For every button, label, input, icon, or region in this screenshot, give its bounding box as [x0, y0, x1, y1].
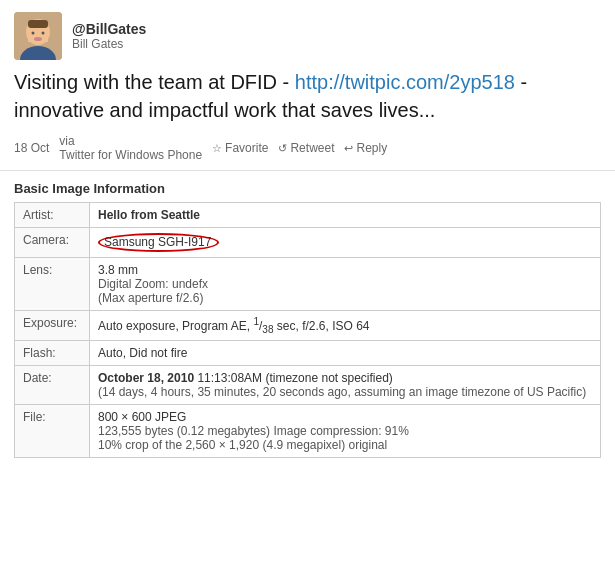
lens-line2: Digital Zoom: undefx — [98, 277, 592, 291]
tweet-text-before: Visiting with the team at DFID - — [14, 71, 295, 93]
exposure-value: Auto exposure, Program AE, 1/38 sec, f/2… — [90, 311, 601, 341]
exposure-after: sec, f/2.6, ISO 64 — [273, 319, 369, 333]
exposure-label: Exposure: — [15, 311, 90, 341]
camera-label: Camera: — [15, 228, 90, 258]
lens-label: Lens: — [15, 258, 90, 311]
file-label: File: — [15, 405, 90, 458]
retweet-icon: ↺ — [278, 142, 287, 155]
camera-highlight: Samsung SGH-I917 — [98, 233, 219, 252]
favorite-action[interactable]: ☆ Favorite — [212, 141, 268, 155]
user-info: @BillGates Bill Gates — [72, 21, 146, 51]
flash-value: Auto, Did not fire — [90, 341, 601, 366]
file-main: 800 × 600 JPEG — [98, 410, 186, 424]
retweet-action[interactable]: ↺ Retweet — [278, 141, 334, 155]
exposure-before: Auto exposure, Program AE, — [98, 319, 253, 333]
lens-line1: 3.8 mm — [98, 263, 138, 277]
date-time: 11:13:08AM (timezone not specified) — [197, 371, 392, 385]
tweet-text: Visiting with the team at DFID - http://… — [14, 68, 601, 124]
date-bold: October 18, 2010 — [98, 371, 194, 385]
date-label: Date: — [15, 366, 90, 405]
table-row: Exposure: Auto exposure, Program AE, 1/3… — [15, 311, 601, 341]
table-row: Date: October 18, 2010 11:13:08AM (timez… — [15, 366, 601, 405]
table-row: Artist: Hello from Seattle — [15, 203, 601, 228]
svg-rect-7 — [28, 20, 48, 28]
table-row: File: 800 × 600 JPEG 123,555 bytes (0.12… — [15, 405, 601, 458]
lens-line3: (Max aperture f/2.6) — [98, 291, 592, 305]
camera-text: Samsung SGH-I917 — [104, 235, 211, 249]
camera-value-cell: Samsung SGH-I917 — [90, 228, 601, 258]
flash-label: Flash: — [15, 341, 90, 366]
artist-text: Hello from Seattle — [98, 208, 200, 222]
exposure-fraction: 1/38 — [253, 319, 273, 333]
table-row: Camera: Samsung SGH-I917 — [15, 228, 601, 258]
username: @BillGates — [72, 21, 146, 37]
svg-point-8 — [34, 37, 42, 41]
tweet-header: @BillGates Bill Gates — [14, 12, 601, 60]
tweet-date: 18 Oct — [14, 141, 49, 155]
tweet-meta: 18 Oct via Twitter for Windows Phone ☆ F… — [14, 134, 601, 162]
info-table: Artist: Hello from Seattle Camera: Samsu… — [14, 202, 601, 458]
tweet-via: via Twitter for Windows Phone — [59, 134, 202, 162]
table-row: Flash: Auto, Did not fire — [15, 341, 601, 366]
date-value-cell: October 18, 2010 11:13:08AM (timezone no… — [90, 366, 601, 405]
file-line3: 10% crop of the 2,560 × 1,920 (4.9 megap… — [98, 438, 592, 452]
tweet-link[interactable]: http://twitpic.com/2yp518 — [295, 71, 515, 93]
real-name: Bill Gates — [72, 37, 146, 51]
tweet-card: @BillGates Bill Gates Visiting with the … — [0, 0, 615, 171]
artist-value: Hello from Seattle — [90, 203, 601, 228]
image-info-section: Basic Image Information Artist: Hello fr… — [0, 171, 615, 472]
table-row: Lens: 3.8 mm Digital Zoom: undefx (Max a… — [15, 258, 601, 311]
star-icon: ☆ — [212, 142, 222, 155]
svg-point-6 — [42, 32, 45, 35]
svg-point-5 — [32, 32, 35, 35]
tweet-source-link[interactable]: Twitter for Windows Phone — [59, 148, 202, 162]
reply-icon: ↩ — [344, 142, 353, 155]
reply-action[interactable]: ↩ Reply — [344, 141, 387, 155]
lens-value: 3.8 mm Digital Zoom: undefx (Max apertur… — [90, 258, 601, 311]
avatar — [14, 12, 62, 60]
artist-label: Artist: — [15, 203, 90, 228]
date-sub: (14 days, 4 hours, 35 minutes, 20 second… — [98, 385, 586, 399]
file-value: 800 × 600 JPEG 123,555 bytes (0.12 megab… — [90, 405, 601, 458]
file-line2: 123,555 bytes (0.12 megabytes) Image com… — [98, 424, 592, 438]
section-title: Basic Image Information — [14, 181, 601, 196]
